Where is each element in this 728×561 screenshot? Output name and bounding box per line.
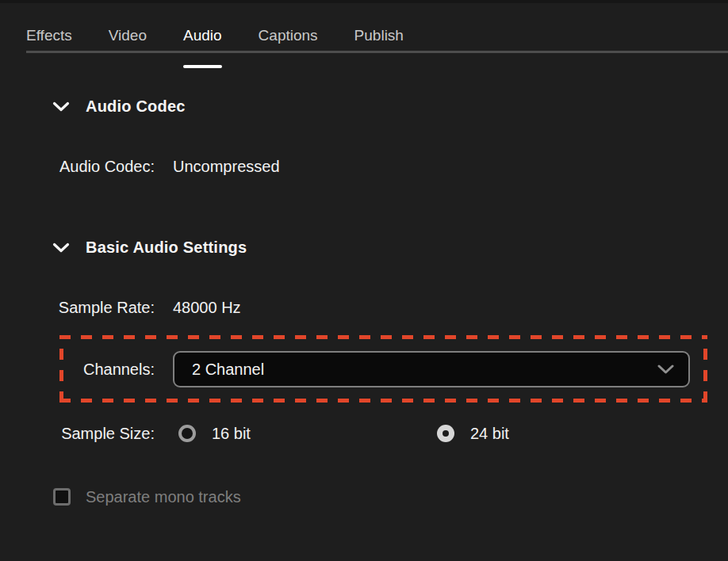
- sample-rate-label: Sample Rate:: [0, 296, 155, 319]
- chevron-down-icon: [657, 364, 674, 374]
- channels-label: Channels:: [0, 358, 155, 380]
- radio-option-16bit[interactable]: 16 bit: [178, 422, 251, 445]
- section-title: Audio Codec: [86, 97, 186, 116]
- section-title: Basic Audio Settings: [86, 239, 247, 257]
- tab-effects[interactable]: Effects: [26, 17, 72, 54]
- tab-video[interactable]: Video: [109, 17, 147, 54]
- tab-audio[interactable]: Audio: [183, 17, 222, 54]
- audio-codec-value: Uncompressed: [173, 155, 280, 177]
- radio-selected-icon[interactable]: [437, 425, 454, 442]
- audio-codec-section-header[interactable]: Audio Codec: [52, 95, 186, 117]
- tab-publish[interactable]: Publish: [354, 17, 404, 54]
- basic-audio-settings-section-header[interactable]: Basic Audio Settings: [52, 236, 247, 258]
- sample-size-label: Sample Size:: [0, 422, 155, 445]
- radio-unselected-icon[interactable]: [178, 425, 196, 442]
- sample-rate-value: 48000 Hz: [173, 296, 241, 319]
- channels-dropdown[interactable]: 2 Channel: [173, 351, 690, 387]
- audio-codec-label: Audio Codec:: [0, 155, 155, 177]
- channels-dropdown-value: 2 Channel: [192, 361, 657, 379]
- radio-16bit-label: 16 bit: [212, 425, 251, 443]
- separate-mono-label: Separate mono tracks: [86, 486, 241, 508]
- chevron-down-icon: [52, 242, 70, 253]
- separate-mono-checkbox: [53, 488, 71, 506]
- tab-bar: Effects Video Audio Captions Publish: [26, 0, 728, 54]
- tab-captions[interactable]: Captions: [259, 17, 318, 54]
- chevron-down-icon: [52, 101, 70, 112]
- tab-divider: [26, 51, 728, 53]
- export-settings-audio-panel: Effects Video Audio Captions Publish Aud…: [0, 0, 728, 561]
- radio-option-24bit[interactable]: 24 bit: [437, 422, 509, 445]
- radio-24bit-label: 24 bit: [470, 425, 509, 443]
